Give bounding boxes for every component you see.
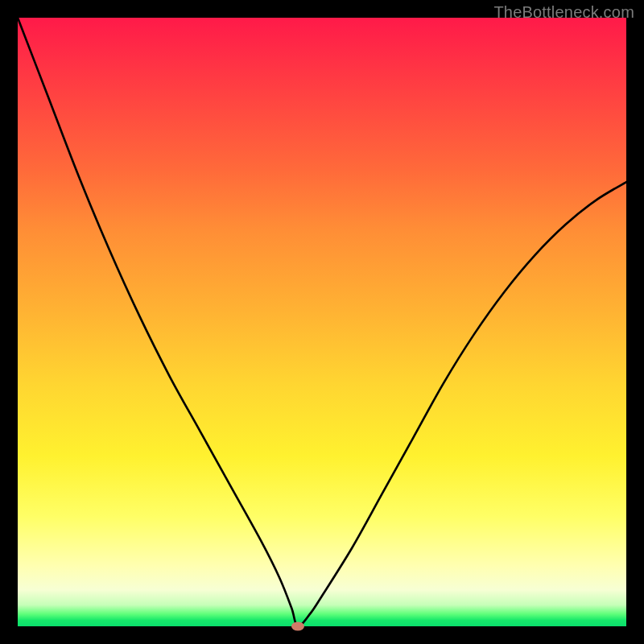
plot-area	[18, 18, 626, 626]
minimum-marker	[291, 622, 304, 631]
chart-frame: TheBottleneck.com	[0, 0, 644, 644]
watermark-text: TheBottleneck.com	[493, 3, 634, 22]
bottleneck-curve	[18, 18, 626, 626]
